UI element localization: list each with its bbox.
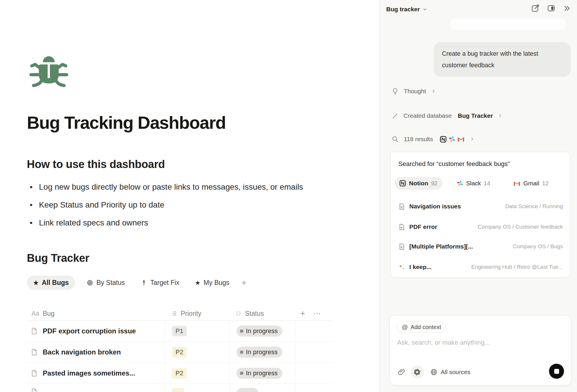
bullet-glyph: • [28, 218, 39, 227]
result-breadcrumb: Engineering Hub / Retro @Last Tue... [471, 264, 563, 270]
search-icon [391, 135, 399, 143]
table-row[interactable]: Pasted images sometimes... P2 In progres… [27, 363, 333, 384]
column-status[interactable]: Status [229, 310, 295, 318]
priority-badge[interactable]: P1 [172, 326, 187, 336]
column-label: Bug [43, 310, 55, 318]
table-row[interactable] [27, 384, 333, 391]
ai-prompt-input[interactable] [397, 337, 559, 348]
result-title: Navigation issues [409, 203, 461, 210]
search-results-card: Searched for “customer feedback bugs” No… [391, 152, 570, 278]
priority-badge[interactable]: P2 [172, 347, 187, 357]
step-label: 118 results [404, 136, 433, 143]
page-doc-icon [30, 327, 38, 335]
list-item: • Log new bugs directly below or paste l… [28, 182, 363, 192]
header-actions: + ⋯ [295, 309, 322, 318]
page-doc-icon [398, 223, 405, 231]
bug-title: Back navigation broken [43, 348, 121, 356]
thread-selector[interactable]: Bug tracker [386, 6, 427, 13]
result-title: I keep... [409, 264, 432, 270]
new-thread-icon[interactable] [531, 4, 539, 12]
tab-label: My Bugs [203, 279, 229, 287]
result-breadcrumb: Company OS / Customer feedback [478, 224, 563, 230]
page-doc-icon [398, 243, 405, 250]
search-result-row[interactable]: [Multiple Platforms][... Company OS / Bu… [398, 241, 563, 252]
status-property-icon [235, 310, 242, 317]
search-result-row[interactable]: PDF error Company OS / Customer feedback [398, 221, 563, 233]
panel-layout-icon[interactable] [547, 4, 555, 12]
screenshot-root: Bug Tracking Dashboard How to use this d… [0, 0, 577, 392]
add-column-button[interactable]: + [300, 309, 305, 318]
column-bug[interactable]: Aa Bug [27, 310, 165, 318]
status-pill[interactable]: In progress [236, 347, 282, 358]
page-doc-icon [30, 388, 38, 392]
tab-all-bugs[interactable]: ★ All Bugs [27, 276, 75, 290]
add-context-button[interactable]: @ Add context [397, 321, 446, 333]
tab-my-bugs[interactable]: ★ My Bugs [191, 276, 234, 290]
status-pill[interactable]: In progress [236, 368, 282, 379]
chevron-down-icon [422, 7, 427, 12]
priority-badge[interactable] [172, 388, 184, 392]
panel-header: Bug tracker [379, 0, 577, 18]
tab-by-status[interactable]: By Status [83, 276, 129, 290]
search-results-step[interactable]: 118 results [391, 134, 475, 144]
status-pill[interactable]: In progress [236, 326, 282, 337]
source-icons [440, 136, 465, 143]
status-dot-icon [240, 329, 243, 333]
page-bug-icon[interactable] [29, 54, 69, 88]
bullet-text: Log new bugs directly below or paste lin… [39, 182, 303, 192]
attachment-icon[interactable] [397, 368, 405, 376]
howto-heading: How to use this dashboard [27, 158, 165, 171]
collapse-panel-icon[interactable] [563, 4, 571, 12]
column-priority[interactable]: Priority [165, 310, 229, 318]
globe-icon [430, 368, 438, 376]
column-label: Priority [181, 310, 201, 318]
list-item: • Keep Status and Priority up to date [28, 200, 363, 210]
thought-step[interactable]: Thought [391, 86, 436, 96]
tab-label: Target Fix [150, 279, 180, 287]
table-more-button[interactable]: ⋯ [313, 309, 322, 318]
created-database-step[interactable]: Created database Bug Tracker [391, 111, 503, 121]
notion-logo-icon [440, 136, 447, 143]
add-view-button[interactable]: + [242, 278, 247, 288]
thread-title: Bug tracker [386, 6, 420, 13]
openai-logo-icon [413, 368, 421, 376]
bullet-text: Link related specs and owners [39, 218, 148, 227]
step-label: Thought [404, 88, 426, 95]
notion-logo-icon [399, 180, 406, 187]
search-result-row[interactable]: Navigation issues Data Science / Running [398, 201, 563, 212]
tab-label: All Bugs [42, 279, 69, 287]
ai-composer: @ Add context [389, 315, 572, 385]
bullet-text: Keep Status and Priority up to date [39, 200, 164, 210]
result-title: [Multiple Platforms][... [409, 243, 473, 250]
stop-button[interactable] [549, 364, 564, 379]
chip-gmail[interactable]: Gmail 12 [508, 177, 553, 190]
table-row[interactable]: Back navigation broken P2 In progress [27, 342, 333, 363]
sparkle-icon [398, 264, 405, 271]
status-label: In progress [246, 348, 278, 356]
stop-icon [554, 369, 559, 374]
search-result-row[interactable]: I keep... Engineering Hub / Retro @Last … [398, 261, 563, 273]
column-label: Status [245, 310, 264, 318]
tab-label: By Status [96, 279, 125, 287]
chip-slack[interactable]: Slack 14 [452, 177, 495, 190]
table-row[interactable]: PDF export corruption issue P1 In progre… [27, 321, 333, 342]
chip-count: 14 [484, 180, 490, 187]
slack-logo-icon [449, 136, 455, 143]
result-breadcrumb: Data Science / Running [505, 203, 563, 210]
howto-list: • Log new bugs directly below or paste l… [28, 182, 363, 236]
step-label: Created database [404, 112, 452, 119]
status-dot-icon [240, 372, 243, 375]
chip-notion[interactable]: Notion 92 [394, 177, 442, 190]
chevron-right-icon [498, 113, 503, 118]
tab-target-fix[interactable]: Target Fix [137, 276, 184, 290]
result-breadcrumb: Company OS / Bugs [513, 243, 563, 250]
chevron-right-icon [470, 137, 475, 142]
priority-badge[interactable]: P2 [172, 368, 187, 378]
all-sources-button[interactable]: All sources [430, 368, 470, 376]
status-pill[interactable] [236, 388, 259, 392]
scroll-fade-block [451, 18, 565, 30]
text-property-icon: Aa [31, 310, 39, 317]
chevron-right-icon [431, 89, 436, 94]
model-selector-button[interactable] [410, 365, 424, 379]
composer-toolbar: All sources [397, 365, 470, 379]
